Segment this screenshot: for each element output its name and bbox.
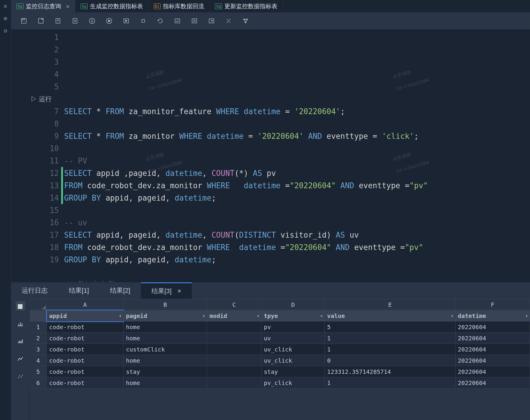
save-export-icon[interactable] bbox=[36, 16, 45, 25]
row-number[interactable]: 4 bbox=[30, 355, 47, 366]
export-icon[interactable] bbox=[71, 16, 79, 25]
list-icon[interactable] bbox=[190, 16, 199, 25]
grid-cell[interactable]: 20220604 bbox=[455, 377, 530, 389]
column-filter[interactable]: pageid▾ bbox=[124, 310, 207, 321]
area-chart-icon[interactable] bbox=[16, 336, 25, 346]
grid-cell[interactable]: uv_click bbox=[261, 344, 324, 355]
import-icon[interactable] bbox=[54, 16, 62, 25]
grid-cell[interactable]: stay bbox=[124, 366, 207, 377]
row-number[interactable]: 2 bbox=[30, 333, 47, 344]
row-number[interactable]: 3 bbox=[30, 344, 47, 355]
grid-cell[interactable] bbox=[207, 344, 261, 355]
chevron-down-icon[interactable]: ▾ bbox=[320, 314, 323, 318]
grid-cell[interactable]: 0 bbox=[325, 355, 455, 366]
stop-icon[interactable] bbox=[139, 16, 148, 25]
grid-cell[interactable]: code-robot bbox=[47, 344, 124, 355]
code-line[interactable]: -- PV 点击率 bbox=[64, 278, 530, 282]
editor-tab[interactable]: Sq监控日志查询× bbox=[11, 0, 75, 12]
results-grid[interactable]: ABCDEFappid▾pageid▾modid▾tpye▾value▾date… bbox=[29, 299, 530, 420]
column-filter[interactable]: appid▾ bbox=[47, 310, 124, 321]
grid-cell[interactable] bbox=[207, 355, 261, 366]
grid-cell[interactable]: stay bbox=[261, 366, 324, 377]
grid-cell[interactable]: 20220604 bbox=[455, 321, 530, 333]
grid-cell[interactable]: home bbox=[124, 377, 207, 389]
column-letter[interactable]: E bbox=[325, 299, 455, 310]
grid-cell[interactable]: 1 bbox=[325, 333, 455, 344]
grid-cell[interactable]: 20220604 bbox=[455, 366, 530, 377]
grid-cell[interactable]: pv_click bbox=[261, 377, 324, 389]
result-tab[interactable]: 结果[1] bbox=[58, 282, 99, 299]
grid-corner[interactable] bbox=[30, 299, 47, 310]
grid-cell[interactable]: customClick bbox=[124, 344, 207, 355]
editor-tab[interactable]: Di指标库数据回流 bbox=[149, 0, 210, 12]
column-filter[interactable]: value▾ bbox=[325, 310, 455, 321]
row-number[interactable]: 6 bbox=[30, 377, 47, 389]
editor-tab[interactable]: Sq更新监控数据指标表 bbox=[210, 0, 283, 12]
code-line[interactable]: SELECT * FROM za_monitor_feature WHERE d… bbox=[64, 105, 530, 118]
grid-cell[interactable] bbox=[207, 366, 261, 377]
grid-cell[interactable]: 1 bbox=[325, 377, 455, 389]
run-selection-icon[interactable] bbox=[122, 16, 131, 25]
grid-cell[interactable]: 20220604 bbox=[455, 344, 530, 355]
code-line[interactable] bbox=[64, 204, 530, 216]
cost-icon[interactable]: $ bbox=[88, 16, 96, 25]
grid-cell[interactable] bbox=[207, 333, 261, 344]
grid-view-icon[interactable]: ▦ bbox=[16, 301, 25, 311]
code-line[interactable] bbox=[64, 266, 530, 278]
grid-cell[interactable] bbox=[207, 377, 261, 389]
column-filter[interactable]: datetime▾ bbox=[455, 310, 530, 321]
editor-tab[interactable]: Sq生成监控数据指标表 bbox=[75, 0, 149, 12]
code-line[interactable]: FROM code_robot_dev.za_monitor WHERE dat… bbox=[64, 241, 530, 254]
column-letter[interactable]: F bbox=[455, 299, 530, 310]
code-line[interactable]: GROUP BY appid, pageid, datetime; bbox=[64, 192, 530, 204]
graph-icon[interactable] bbox=[241, 16, 250, 25]
code-line[interactable]: -- PV bbox=[64, 155, 530, 167]
chevron-down-icon[interactable]: ▾ bbox=[257, 314, 259, 318]
column-filter[interactable]: modid▾ bbox=[207, 310, 261, 321]
run-icon[interactable] bbox=[105, 16, 114, 25]
column-letter[interactable]: B bbox=[124, 299, 207, 310]
column-letter[interactable]: C bbox=[207, 299, 261, 310]
code-line[interactable]: GROUP BY appid, pageid, datetime; bbox=[64, 254, 530, 266]
grid-cell[interactable]: pv bbox=[261, 321, 324, 333]
column-letter[interactable]: D bbox=[261, 299, 324, 310]
grid-cell[interactable]: 20220604 bbox=[455, 333, 530, 344]
chevron-down-icon[interactable]: ▾ bbox=[451, 314, 453, 318]
code-line[interactable]: -- uv bbox=[64, 216, 530, 229]
code-line[interactable] bbox=[64, 118, 530, 130]
grid-cell[interactable]: code-robot bbox=[47, 355, 124, 366]
export-right-icon[interactable] bbox=[207, 16, 216, 25]
grid-cell[interactable]: uv bbox=[261, 333, 324, 344]
grid-cell[interactable]: code-robot bbox=[47, 333, 124, 344]
close-icon[interactable]: × bbox=[177, 287, 181, 295]
grid-cell[interactable]: code-robot bbox=[47, 377, 124, 389]
bar-chart-icon[interactable] bbox=[16, 319, 25, 328]
code-line[interactable]: SELECT * FROM za_monitor WHERE datetime … bbox=[64, 130, 530, 142]
code-line[interactable] bbox=[64, 142, 530, 155]
close-icon[interactable]: × bbox=[66, 3, 70, 10]
scatter-chart-icon[interactable] bbox=[16, 372, 25, 381]
tools-icon[interactable] bbox=[224, 16, 233, 25]
chevron-down-icon[interactable]: ▾ bbox=[526, 314, 528, 318]
code-line[interactable]: FROM code_robot_dev.za_monitor WHERE dat… bbox=[64, 179, 530, 192]
grid-cell[interactable]: uv_click bbox=[261, 355, 324, 366]
result-tab[interactable]: 运行日志 bbox=[11, 282, 58, 299]
chevron-down-icon[interactable]: ▾ bbox=[119, 314, 121, 318]
result-tab[interactable]: 结果[2] bbox=[99, 282, 141, 299]
grid-cell[interactable]: 5 bbox=[325, 321, 455, 333]
result-tab[interactable]: 结果[3]× bbox=[141, 282, 192, 299]
line-chart-icon[interactable] bbox=[16, 354, 25, 364]
rail-item-3[interactable]: ⊟ bbox=[2, 27, 9, 34]
column-filter[interactable]: tpye▾ bbox=[261, 310, 324, 321]
grid-cell[interactable] bbox=[207, 321, 261, 333]
grid-cell[interactable]: 123312.35714285714 bbox=[325, 366, 455, 377]
rail-item-2[interactable]: ⊞ bbox=[2, 15, 9, 22]
row-number[interactable]: 5 bbox=[30, 366, 47, 377]
row-number[interactable]: 1 bbox=[30, 321, 47, 333]
chevron-down-icon[interactable]: ▾ bbox=[203, 314, 205, 318]
code-editor[interactable]: 12345▷ 运行78910111213141516171819 众安保险za-… bbox=[11, 29, 530, 282]
grid-cell[interactable]: code-robot bbox=[47, 321, 124, 333]
column-letter[interactable]: A bbox=[47, 299, 124, 310]
rail-item-1[interactable]: ≡ bbox=[2, 2, 9, 9]
run-gutter-button[interactable]: ▷ 运行 bbox=[31, 93, 52, 105]
